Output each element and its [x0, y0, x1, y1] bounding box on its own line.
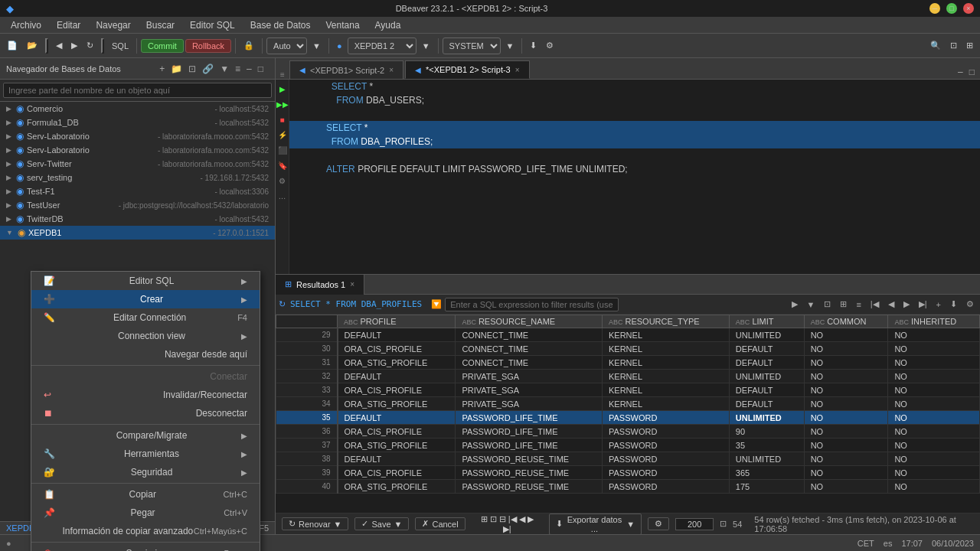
- result-nav-last[interactable]: ▶|: [916, 298, 930, 311]
- tree-item-servtesting[interactable]: ▶ ◉ serv_testing - 192.168.1.72:5432: [0, 171, 275, 184]
- panel-minimize-btn[interactable]: –: [956, 65, 965, 79]
- close-button[interactable]: ×: [963, 3, 974, 14]
- menu-buscar[interactable]: Buscar: [139, 18, 182, 32]
- result-filter-input[interactable]: [445, 298, 619, 311]
- ctx-crear[interactable]: ➕ Crear ▶: [31, 290, 260, 308]
- save-status-btn[interactable]: ✓ Save ▼: [354, 517, 409, 530]
- cell-common[interactable]: NO: [804, 397, 888, 411]
- cell-resource_name[interactable]: PRIVATE_SGA: [456, 370, 603, 383]
- cell-profile[interactable]: ORA_STIG_PROFILE: [338, 480, 456, 494]
- ctx-seguridad[interactable]: 🔐 Seguridad ▶: [31, 463, 260, 481]
- cell-profile[interactable]: DEFAULT: [338, 452, 456, 466]
- result-tab-1[interactable]: ⊞ Resultados 1 ×: [276, 275, 364, 295]
- table-row[interactable]: 38DEFAULTPASSWORD_REUSE_TIMEPASSWORDUNLI…: [276, 452, 980, 466]
- minimize-button[interactable]: ─: [929, 3, 940, 14]
- tab-script2[interactable]: ◀ <XEPDB1> Script-2 ×: [289, 60, 403, 79]
- settings-btn[interactable]: ⚙: [542, 36, 557, 56]
- cell-resource_name[interactable]: PASSWORD_LIFE_TIME: [456, 425, 603, 439]
- menu-editor-sql[interactable]: Editor SQL: [182, 18, 243, 32]
- table-row[interactable]: 35DEFAULTPASSWORD_LIFE_TIMEPASSWORDUNLIM…: [276, 411, 980, 425]
- tree-item-servlab2[interactable]: ▶ ◉ Serv-Laboratorio - laboratoriorafa.m…: [0, 143, 275, 157]
- cell-resource_type[interactable]: PASSWORD: [602, 466, 729, 480]
- menu-archivo[interactable]: Archivo: [3, 18, 49, 32]
- ctx-herramientas[interactable]: 🔧 Herramientas ▶: [31, 445, 260, 463]
- cell-resource_type[interactable]: KERNEL: [602, 342, 729, 356]
- cell-profile[interactable]: ORA_STIG_PROFILE: [338, 356, 456, 370]
- cell-inherited[interactable]: NO: [888, 356, 980, 370]
- cell-common[interactable]: NO: [804, 370, 888, 383]
- th-row-selector[interactable]: [276, 315, 338, 328]
- cell-inherited[interactable]: NO: [888, 480, 980, 494]
- cell-profile[interactable]: ORA_CIS_PROFILE: [338, 342, 456, 356]
- cell-resource_name[interactable]: PASSWORD_REUSE_TIME: [456, 480, 603, 494]
- ctx-navegar[interactable]: Navegar desde aquí: [31, 345, 260, 364]
- cell-inherited[interactable]: NO: [888, 466, 980, 480]
- cell-resource_name[interactable]: PASSWORD_LIFE_TIME: [456, 439, 603, 452]
- cancel-status-btn[interactable]: ✗ Cancel: [415, 517, 465, 530]
- table-row[interactable]: 37ORA_STIG_PROFILEPASSWORD_LIFE_TIMEPASS…: [276, 439, 980, 452]
- maximize-button[interactable]: □: [946, 3, 957, 14]
- result-nav-prev[interactable]: ◀: [885, 298, 897, 311]
- th-profile[interactable]: PROFILE: [338, 315, 456, 328]
- table-row[interactable]: 32DEFAULTPRIVATE_SGAKERNELUNLIMITEDNONO: [276, 370, 980, 383]
- cell-inherited[interactable]: NO: [888, 383, 980, 397]
- ctx-connection-view[interactable]: Connection view ▶: [31, 327, 260, 345]
- nav-collapse-btn[interactable]: ⊡: [186, 62, 198, 76]
- tree-item-servtwitter[interactable]: ▶ ◉ Serv-Twitter - laboratoriorafa.mooo.…: [0, 157, 275, 171]
- cell-resource_type[interactable]: KERNEL: [602, 356, 729, 370]
- tree-item-xepdb1[interactable]: ▼ ◉ XEPDB1 - 127.0.0.1:1521: [0, 226, 275, 240]
- result-filter-btn[interactable]: ⊡: [821, 298, 834, 311]
- cell-profile[interactable]: ORA_CIS_PROFILE: [338, 425, 456, 439]
- table-row[interactable]: 40ORA_STIG_PROFILEPASSWORD_REUSE_TIMEPAS…: [276, 480, 980, 494]
- result-export-btn[interactable]: ⬇: [947, 298, 960, 311]
- cell-limit[interactable]: DEFAULT: [729, 397, 804, 411]
- nav-maximize-btn[interactable]: □: [256, 62, 266, 76]
- tab-script3-close[interactable]: ×: [515, 66, 520, 74]
- cell-resource_name[interactable]: CONNECT_TIME: [456, 356, 603, 370]
- commit-button[interactable]: Commit: [141, 39, 184, 53]
- cell-common[interactable]: NO: [804, 466, 888, 480]
- cell-resource_name[interactable]: CONNECT_TIME: [456, 342, 603, 356]
- result-settings-btn[interactable]: ⚙: [963, 298, 977, 311]
- cell-common[interactable]: NO: [804, 480, 888, 494]
- cell-inherited[interactable]: NO: [888, 370, 980, 383]
- result-tab-close[interactable]: ×: [350, 280, 354, 289]
- code-editor[interactable]: SELECT * FROM DBA_USERS;: [289, 80, 980, 274]
- tree-item-testf1[interactable]: ▶ ◉ Test-F1 - localhost:3306: [0, 184, 275, 198]
- cell-limit[interactable]: UNLIMITED: [729, 452, 804, 466]
- cell-limit[interactable]: 90: [729, 425, 804, 439]
- format-btn[interactable]: ⬛: [276, 144, 289, 156]
- nav-link-btn[interactable]: 🔗: [200, 62, 216, 76]
- more-btn[interactable]: …: [276, 190, 289, 202]
- cell-common[interactable]: NO: [804, 425, 888, 439]
- ctx-editor-sql[interactable]: 📝 Editor SQL ▶: [31, 272, 260, 290]
- cell-common[interactable]: NO: [804, 452, 888, 466]
- navigator-search-input[interactable]: [3, 83, 272, 98]
- cell-profile[interactable]: DEFAULT: [338, 411, 456, 425]
- result-stop-btn[interactable]: ▼: [804, 298, 818, 311]
- export-status-btn[interactable]: ⬇ Exportar datos ... ▼: [549, 514, 642, 535]
- cell-limit[interactable]: UNLIMITED: [729, 411, 804, 425]
- cell-profile[interactable]: DEFAULT: [338, 328, 456, 342]
- result-col-btn[interactable]: ≡: [853, 298, 864, 311]
- result-nav-first[interactable]: |◀: [867, 298, 882, 311]
- cell-inherited[interactable]: NO: [888, 439, 980, 452]
- table-row[interactable]: 29DEFAULTCONNECT_TIMEKERNELUNLIMITEDNONO: [276, 328, 980, 342]
- menu-ayuda[interactable]: Ayuda: [368, 18, 409, 32]
- run-btn[interactable]: ▶: [276, 83, 289, 95]
- ctx-suprimir[interactable]: 🗑 Suprimir Borrar: [31, 544, 260, 551]
- ctx-editar-connection[interactable]: ✏️ Editar Connectión F4: [31, 308, 260, 327]
- th-inherited[interactable]: INHERITED: [888, 315, 980, 328]
- cell-common[interactable]: NO: [804, 439, 888, 452]
- cell-resource_name[interactable]: PRIVATE_SGA: [456, 397, 603, 411]
- cell-resource_type[interactable]: KERNEL: [602, 370, 729, 383]
- result-sort-btn[interactable]: ⊞: [837, 298, 850, 311]
- tree-item-testuser[interactable]: ▶ ◉ TestUser - jdbc:postgresql://localho…: [0, 198, 275, 212]
- cell-resource_type[interactable]: KERNEL: [602, 383, 729, 397]
- sql-button[interactable]: SQL: [108, 36, 132, 56]
- tree-item-twitterdb[interactable]: ▶ ◉ TwitterDB - localhost:5432: [0, 212, 275, 226]
- renovar-status-btn[interactable]: ↻ Renovar ▼: [282, 517, 348, 530]
- nav-folder-btn[interactable]: 📁: [168, 62, 185, 76]
- cell-resource_name[interactable]: PASSWORD_REUSE_TIME: [456, 466, 603, 480]
- schema-dropdown[interactable]: SYSTEM: [443, 37, 501, 54]
